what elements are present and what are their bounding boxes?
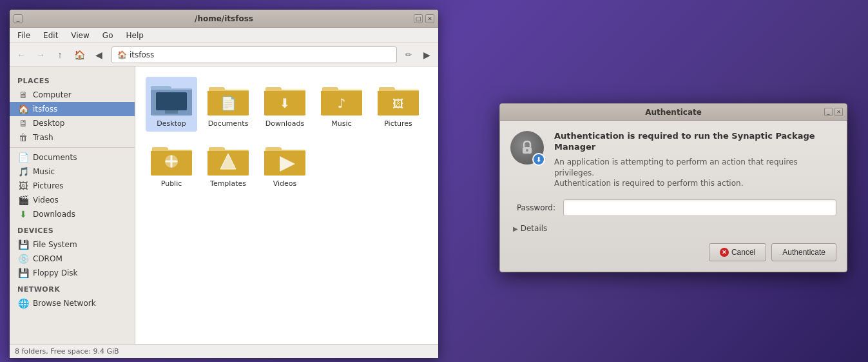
forward-button[interactable]: →: [32, 46, 50, 64]
folder-desktop[interactable]: Desktop: [146, 77, 197, 132]
documents-icon: 📄: [17, 152, 29, 163]
menu-edit[interactable]: Edit: [38, 30, 63, 41]
file-manager-main-area: Desktop 📄 Documents: [135, 66, 438, 344]
sidebar-item-filesystem-label: File System: [33, 240, 77, 249]
file-manager-maximize-button[interactable]: □: [414, 14, 423, 23]
folder-documents-icon: 📄: [207, 81, 249, 117]
cancel-button[interactable]: ✕ Cancel: [709, 243, 766, 261]
auth-password-row: Password:: [510, 199, 836, 216]
authenticate-button[interactable]: Authenticate: [771, 243, 836, 261]
menu-go[interactable]: Go: [97, 30, 119, 41]
sidebar-item-itsfoss-label: itsfoss: [33, 105, 57, 114]
sidebar-item-itsfoss[interactable]: 🏠 itsfoss: [10, 102, 135, 116]
address-home-icon: 🏠: [117, 50, 127, 59]
downloads-icon: ⬇: [17, 209, 29, 219]
auth-main-title: Authentication is required to run the Sy…: [554, 131, 836, 153]
file-manager-menubar: File Edit View Go Help: [10, 28, 438, 43]
sidebar-item-computer[interactable]: 🖥 Computer: [10, 88, 135, 102]
network-section-title: Network: [10, 280, 135, 296]
prev-location-button[interactable]: ◀: [90, 46, 108, 64]
folder-pictures[interactable]: 🖼 Pictures: [372, 77, 424, 132]
folder-public-label: Public: [161, 179, 182, 188]
file-manager-content: Places 🖥 Computer 🏠 itsfoss 🖥 Desktop 🗑 …: [10, 66, 438, 344]
cancel-label: Cancel: [731, 248, 755, 257]
trash-icon: 🗑: [17, 132, 29, 143]
home-button[interactable]: 🏠: [70, 46, 88, 64]
address-bar-text: itsfoss: [130, 50, 154, 59]
auth-dialog: Authenticate _ ✕ ⬇ Authentication is req: [499, 103, 847, 272]
sidebar-item-downloads[interactable]: ⬇ Downloads: [10, 207, 135, 221]
sidebar-item-filesystem[interactable]: 💾 File System: [10, 237, 135, 252]
sidebar-item-desktop-label: Desktop: [33, 119, 65, 128]
up-button[interactable]: ↑: [51, 46, 69, 64]
cancel-icon: ✕: [720, 248, 729, 257]
sidebar-item-documents-label: Documents: [33, 153, 77, 162]
svg-text:⬇: ⬇: [280, 96, 291, 111]
folder-downloads-icon: ⬇: [264, 81, 305, 117]
sidebar-item-floppy[interactable]: 💾 Floppy Disk: [10, 266, 135, 280]
auth-dialog-minimize-button[interactable]: _: [824, 108, 833, 116]
auth-dialog-controls: _ ✕: [824, 108, 843, 116]
file-manager-window: _ /home/itsfoss □ ✕ File Edit View Go He…: [10, 10, 438, 358]
folder-desktop-label: Desktop: [157, 119, 186, 128]
folder-documents-label: Documents: [208, 119, 249, 128]
auth-password-input[interactable]: [563, 199, 836, 216]
next-location-button[interactable]: ▶: [418, 46, 436, 64]
cdrom-icon: 💿: [17, 254, 29, 264]
desktop-icon: 🖥: [17, 118, 29, 128]
folder-downloads[interactable]: ⬇ Downloads: [259, 77, 311, 132]
auth-header-row: ⬇ Authentication is required to run the …: [510, 131, 836, 189]
file-manager-close-button[interactable]: ✕: [425, 14, 434, 23]
sidebar-item-computer-label: Computer: [33, 90, 72, 99]
floppy-icon: 💾: [17, 268, 29, 278]
sidebar-item-music-label: Music: [33, 167, 55, 176]
computer-icon: 🖥: [17, 90, 29, 100]
svg-point-10: [526, 149, 528, 152]
svg-rect-1: [165, 110, 178, 114]
music-icon: 🎵: [17, 166, 29, 177]
sidebar-item-network[interactable]: 🌐 Browse Network: [10, 296, 135, 310]
sidebar-item-desktop[interactable]: 🖥 Desktop: [10, 116, 135, 130]
sidebar-item-videos[interactable]: 🎬 Videos: [10, 193, 135, 207]
folder-documents[interactable]: 📄 Documents: [202, 77, 254, 132]
authenticate-label: Authenticate: [782, 248, 825, 257]
devices-section-title: Devices: [10, 221, 135, 237]
address-edit-button[interactable]: ✏: [401, 47, 416, 63]
folder-templates-icon: [207, 141, 249, 177]
menu-view[interactable]: View: [66, 30, 94, 41]
folder-music[interactable]: ♪ Music: [316, 77, 367, 132]
sidebar-item-trash[interactable]: 🗑 Trash: [10, 130, 135, 145]
folder-templates[interactable]: Templates: [202, 137, 254, 192]
folder-videos[interactable]: Videos: [259, 137, 311, 192]
auth-details-row[interactable]: ▶ Details: [510, 224, 836, 233]
sidebar-item-documents[interactable]: 📄 Documents: [10, 150, 135, 165]
file-manager-minimize-button[interactable]: _: [14, 14, 23, 23]
sidebar-item-downloads-label: Downloads: [33, 210, 75, 219]
menu-help[interactable]: Help: [121, 30, 148, 41]
sidebar-item-floppy-label: Floppy Disk: [33, 268, 78, 277]
folder-downloads-label: Downloads: [265, 119, 304, 128]
folder-music-icon: ♪: [321, 81, 362, 117]
menu-file[interactable]: File: [12, 30, 35, 41]
back-button[interactable]: ←: [12, 46, 30, 64]
auth-dialog-close-button[interactable]: ✕: [834, 108, 843, 116]
folder-public[interactable]: Public: [146, 137, 197, 192]
svg-rect-0: [156, 92, 187, 110]
auth-icon-container: ⬇: [510, 131, 544, 165]
folder-videos-icon: [264, 141, 305, 177]
auth-dialog-body: ⬇ Authentication is required to run the …: [500, 121, 847, 272]
auth-details-label[interactable]: Details: [521, 224, 548, 233]
network-icon: 🌐: [17, 298, 29, 308]
sidebar-item-cdrom[interactable]: 💿 CDROM: [10, 252, 135, 266]
folder-desktop-icon: [151, 81, 192, 117]
videos-icon: 🎬: [17, 195, 29, 205]
folder-pictures-icon: 🖼: [378, 81, 419, 117]
status-bar: 8 folders, Free space: 9.4 GiB: [10, 344, 438, 358]
sidebar-item-cdrom-label: CDROM: [33, 254, 63, 263]
auth-description-line1: An application is attempting to perform …: [554, 157, 836, 189]
file-manager-window-controls: □ ✕: [414, 14, 434, 23]
auth-dialog-titlebar: Authenticate _ ✕: [500, 104, 847, 121]
sidebar-item-pictures[interactable]: 🖼 Pictures: [10, 179, 135, 193]
sidebar-item-music[interactable]: 🎵 Music: [10, 165, 135, 179]
file-manager-toolbar: ← → ↑ 🏠 ◀ 🏠 itsfoss ✏ ▶: [10, 43, 438, 66]
